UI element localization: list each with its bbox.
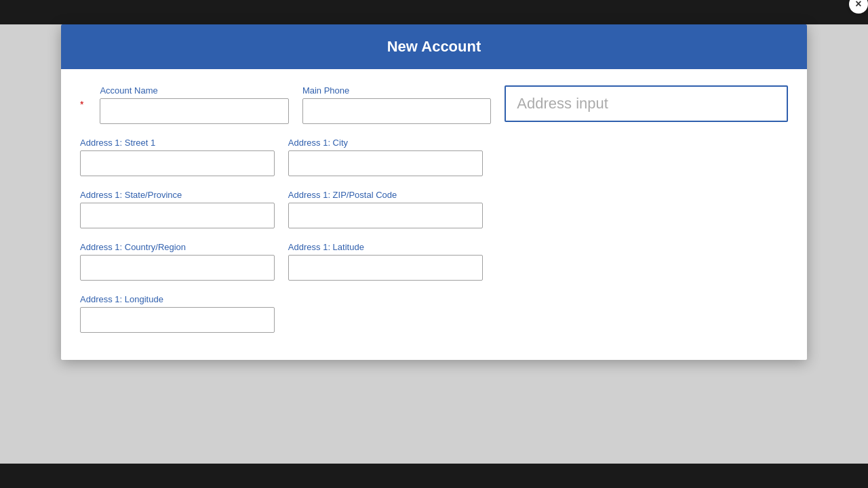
modal-body: * Account Name Main Phone Address 1: Str… xyxy=(61,69,807,360)
row-4: Address 1: Country/Region Address 1: Lat… xyxy=(80,242,788,281)
zip-label: Address 1: ZIP/Postal Code xyxy=(288,190,483,200)
city-group: Address 1: City xyxy=(288,138,483,176)
top-bar xyxy=(0,0,868,24)
required-star: * xyxy=(80,85,83,110)
modal-title: New Account xyxy=(387,38,481,55)
country-input[interactable] xyxy=(80,255,275,281)
street1-label: Address 1: Street 1 xyxy=(80,138,275,148)
city-label: Address 1: City xyxy=(288,138,483,148)
bottom-bar xyxy=(0,464,868,488)
street1-input[interactable] xyxy=(80,150,275,176)
state-group: Address 1: State/Province xyxy=(80,190,275,228)
row-5: Address 1: Longitude xyxy=(80,294,788,333)
account-name-label: Account Name xyxy=(100,85,288,96)
modal-header: New Account xyxy=(61,24,807,69)
address-input[interactable] xyxy=(505,85,788,122)
zip-group: Address 1: ZIP/Postal Code xyxy=(288,190,483,228)
latitude-input[interactable] xyxy=(288,255,483,281)
city-input[interactable] xyxy=(288,150,483,176)
state-label: Address 1: State/Province xyxy=(80,190,275,200)
main-phone-label: Main Phone xyxy=(302,85,491,96)
address-input-group xyxy=(505,85,788,122)
longitude-input[interactable] xyxy=(80,307,275,333)
latitude-label: Address 1: Latitude xyxy=(288,242,483,252)
row-3: Address 1: State/Province Address 1: ZIP… xyxy=(80,190,788,228)
country-label: Address 1: Country/Region xyxy=(80,242,275,252)
account-name-input[interactable] xyxy=(100,98,288,124)
account-name-group: Account Name xyxy=(100,85,288,124)
country-group: Address 1: Country/Region xyxy=(80,242,275,281)
latitude-group: Address 1: Latitude xyxy=(288,242,483,281)
main-phone-input[interactable] xyxy=(302,98,491,124)
row-2: Address 1: Street 1 Address 1: City xyxy=(80,138,788,176)
modal-wrapper: × New Account * Account Name Main Phone xyxy=(0,24,868,464)
street1-group: Address 1: Street 1 xyxy=(80,138,275,176)
row-1: * Account Name Main Phone xyxy=(80,85,788,124)
zip-input[interactable] xyxy=(288,203,483,228)
longitude-group: Address 1: Longitude xyxy=(80,294,275,333)
modal: × New Account * Account Name Main Phone xyxy=(61,24,807,360)
main-phone-group: Main Phone xyxy=(302,85,491,124)
state-input[interactable] xyxy=(80,203,275,228)
longitude-label: Address 1: Longitude xyxy=(80,294,275,304)
